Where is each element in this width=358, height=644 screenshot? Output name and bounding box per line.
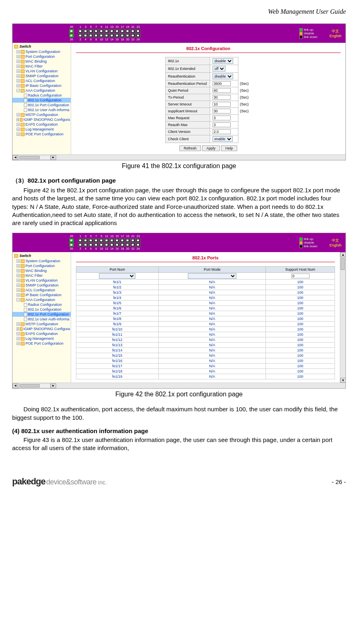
sidebar-child-item[interactable]: 802.1x Port Configuration [13,103,71,107]
plus-icon[interactable]: + [17,123,20,126]
scroll-down-icon[interactable]: ▼ [340,378,346,383]
scroll-right-icon[interactable]: ► [51,155,56,160]
sidebar-item[interactable]: +ACL Configuration [13,78,71,83]
plus-icon[interactable]: + [17,264,20,267]
language-switch[interactable]: 中文 English [329,29,341,38]
plus-icon[interactable]: + [17,50,20,53]
sidebar-item[interactable]: +EAPS Configuration [13,331,71,336]
plus-icon[interactable]: + [17,279,20,282]
scrollbar-horizontal[interactable]: ◄ ► [13,383,345,388]
sidebar-item[interactable]: +MAC Binding [13,268,71,273]
lang-english[interactable]: English [329,34,341,38]
plus-icon[interactable]: + [17,293,20,297]
sidebar-item[interactable]: +ACL Configuration [13,288,71,293]
plus-icon[interactable]: + [17,332,20,335]
config-input[interactable] [213,122,231,127]
sidebar-item[interactable]: +MAC Filter [13,64,71,69]
plus-icon[interactable]: + [17,60,20,63]
plus-icon[interactable]: + [17,327,19,330]
sidebar-item[interactable]: −AAA Configuration [13,88,71,93]
plus-icon[interactable]: + [17,337,20,340]
scrollbar-horizontal[interactable]: ◄ ► [13,154,345,160]
plus-icon[interactable]: + [17,118,19,121]
sidebar-child-item[interactable]: 802.1x Configuration [13,98,71,103]
plus-icon[interactable]: + [17,55,20,58]
sidebar-item[interactable]: +IGMP SNOOPING Configura [13,326,71,331]
sidebar-item[interactable]: +POE Port Configuration [13,132,71,137]
sidebar-item[interactable]: +Log Management [13,127,71,132]
apply-button[interactable]: Apply [202,145,220,151]
plus-icon[interactable]: + [17,84,20,87]
plus-icon[interactable]: + [17,284,20,287]
config-input[interactable] [213,81,231,86]
mode-select[interactable] [188,273,236,279]
help-button[interactable]: Help [221,145,238,151]
sidebar-item[interactable]: −AAA Configuration [13,297,71,302]
sidebar-item[interactable]: +POE Port Configuration [13,341,71,346]
port-indicator: ⯀ [120,34,125,38]
config-input[interactable] [213,88,231,93]
lang-chinese[interactable]: 中文 [329,238,341,243]
sidebar-item[interactable]: +System Configuration [13,259,71,263]
sidebar-item[interactable]: +VLAN Configuration [13,69,71,74]
sidebar-item[interactable]: +IP Basic Configuration [13,293,71,297]
sidebar-item[interactable]: +EAPS Configuration [13,122,71,127]
config-select[interactable]: enable [213,136,233,142]
sidebar-item[interactable]: +IGMP SNOOPING Configura [13,117,71,122]
port-select[interactable] [99,273,135,279]
config-input[interactable] [213,102,231,107]
plus-icon[interactable]: + [17,133,20,136]
plus-icon[interactable]: + [17,65,20,68]
config-select[interactable]: disable [213,58,233,64]
sidebar-item[interactable]: +MSTP Configuration [13,322,71,326]
minus-icon[interactable]: − [17,298,20,301]
plus-icon[interactable]: + [17,342,20,345]
plus-icon[interactable]: + [17,259,20,263]
config-input[interactable] [213,95,231,100]
plus-icon[interactable]: + [17,269,20,272]
sidebar-item[interactable]: +MAC Filter [13,273,71,278]
sidebar-item[interactable]: +VLAN Configuration [13,278,71,283]
tree-root[interactable]: Switch [13,253,71,259]
plus-icon[interactable]: + [17,69,20,73]
config-select[interactable]: disable [213,74,233,79]
sidebar-item[interactable]: +System Configuration [13,49,71,54]
lang-chinese[interactable]: 中文 [329,29,341,34]
scroll-left-icon[interactable]: ◄ [13,155,18,160]
sidebar-child-item[interactable]: Radius Configuration [13,302,71,307]
tree-root[interactable]: Switch [13,44,71,49]
sidebar-item[interactable]: +SNMP Configuration [13,283,71,288]
sidebar-child-item[interactable]: 802.1x Port Configuration [13,312,71,317]
plus-icon[interactable]: + [17,288,20,292]
sidebar-child-item[interactable]: 802.1x Configuration [13,307,71,312]
lang-english[interactable]: English [329,243,341,248]
config-input[interactable] [213,129,231,134]
config-input[interactable] [213,116,231,120]
refresh-button[interactable]: Refresh [179,145,201,151]
sidebar-item[interactable]: +Log Management [13,336,71,341]
sidebar-item[interactable]: +Port Configuration [13,263,71,268]
host-input[interactable] [291,274,310,278]
scroll-right-icon[interactable]: ► [51,383,56,388]
sidebar-child-item[interactable]: 802.1x User Auth-Informa [13,107,71,112]
plus-icon[interactable]: + [17,322,20,326]
sidebar-child-item[interactable]: 802.1x User Auth-Informa [13,317,71,322]
sidebar-item[interactable]: +MAC Binding [13,59,71,64]
config-input[interactable] [213,109,231,114]
plus-icon[interactable]: + [17,113,20,116]
plus-icon[interactable]: + [17,79,20,82]
sidebar-item[interactable]: +SNMP Configuration [13,74,71,78]
plus-icon[interactable]: + [17,74,20,78]
scrollbar-vertical[interactable]: ▲ ▼ [340,252,345,383]
plus-icon[interactable]: + [17,274,20,277]
language-switch[interactable]: 中文 English [329,238,341,248]
sidebar-item[interactable]: +Port Configuration [13,54,71,59]
sidebar-item[interactable]: +MSTP Configuration [13,112,71,117]
scroll-left-icon[interactable]: ◄ [13,383,18,388]
sidebar-child-item[interactable]: Radius Configuration [13,93,71,98]
minus-icon[interactable]: − [17,89,20,92]
sidebar-item[interactable]: +IP Basic Configuration [13,83,71,88]
scroll-up-icon[interactable]: ▲ [340,252,346,257]
plus-icon[interactable]: + [17,128,20,131]
config-select[interactable]: off [213,66,225,72]
